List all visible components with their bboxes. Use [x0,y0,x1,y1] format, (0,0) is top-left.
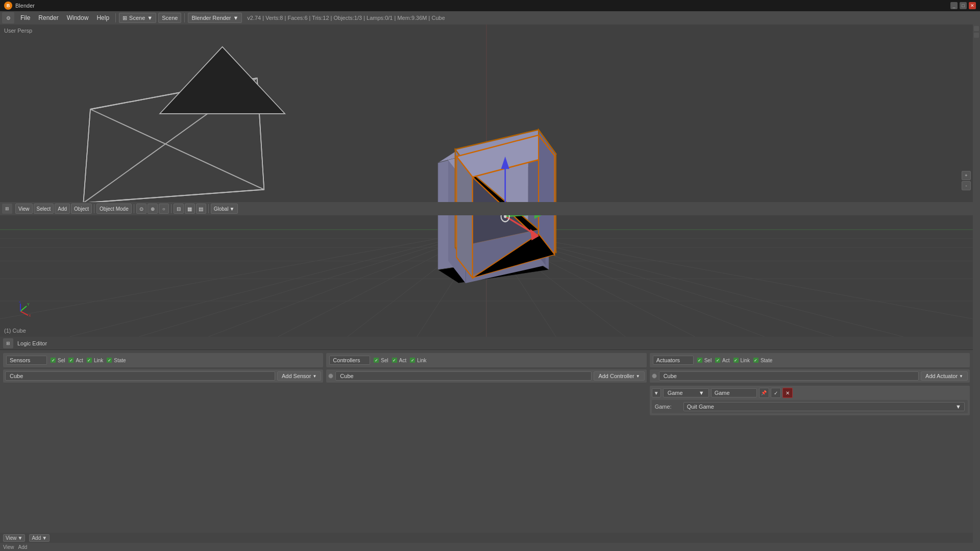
svg-line-60 [20,306,27,311]
menu-separator [115,13,116,22]
actuator-type-dropdown[interactable]: Game ▼ [663,388,709,397]
svg-marker-47 [456,157,472,278]
menu-render[interactable]: Render [34,13,62,23]
svg-line-59 [20,311,28,315]
controllers-add-btn[interactable]: Add Controller ▼ [594,371,644,381]
ctrl-link-cb[interactable]: ✓ [409,357,415,363]
titlebar: B Blender _ □ ✕ [0,0,980,11]
sensors-act-check[interactable]: ✓ Act [68,357,83,363]
global-dropdown[interactable]: Global▼ [211,204,238,214]
status-add[interactable]: Add [18,544,28,550]
actuators-title[interactable]: Actuators [653,356,694,365]
display-btn2[interactable]: ▦ [185,204,195,214]
menu-window[interactable]: Window [63,13,93,23]
info-bar: v2.74 | Verts:8 | Faces:6 | Tris:12 | Ob… [243,15,978,21]
snap-btn[interactable]: ⊕ [148,204,158,214]
close-button[interactable]: ✕ [969,2,976,9]
zoom-out-btn[interactable]: - [962,181,971,190]
toolbar-sep1 [94,204,94,213]
controllers-link-check[interactable]: ✓ Link [409,357,426,363]
object-menu[interactable]: Object [71,204,92,214]
menubar: ⚙ File Render Window Help ⊞ Scene ▼ Scen… [0,11,980,24]
actuator-check-icon[interactable]: ✓ [771,388,781,398]
actuator-block-header: ▼ Game ▼ Game 📌 ✓ ✕ [652,388,968,398]
sensors-link-cb[interactable]: ✓ [86,357,92,363]
actuator-expand-btn[interactable]: ▼ [652,388,661,397]
actuator-delete-icon[interactable]: ✕ [782,388,793,398]
pivot-btn[interactable]: ⊙ [136,204,146,214]
sensors-act-cb[interactable]: ✓ [68,357,74,363]
menu-help[interactable]: Help [92,13,113,23]
actuators-column: Actuators ✓ Sel ✓ Act ✓ Link ✓ State [650,353,970,540]
act-act-cb[interactable]: ✓ [715,357,721,363]
actuators-link-check[interactable]: ✓ Link [733,357,750,363]
maximize-button[interactable]: □ [960,2,967,9]
blender-menu-icon[interactable]: ⚙ [2,12,14,23]
display-btn1[interactable]: ⊟ [174,204,184,214]
actuator-name-input[interactable]: Game [711,388,757,397]
actuators-act-check[interactable]: ✓ Act [715,357,729,363]
act-link-cb[interactable]: ✓ [733,357,739,363]
actuators-state-check[interactable]: ✓ State [753,357,772,363]
add-sensor-arrow: ▼ [312,374,316,379]
add-actuator-arrow: ▼ [959,374,963,379]
game-dropdown-arrow: ▼ [955,404,961,410]
game-action-dropdown[interactable]: Quit Game ▼ [683,402,965,411]
ctrl-act-cb[interactable]: ✓ [391,357,398,363]
actuators-cube-row: Cube Add Actuator ▼ [650,369,970,383]
status-view[interactable]: View [3,544,14,550]
scene-dropdown[interactable]: Scene [158,13,181,23]
rs-btn1[interactable] [974,26,979,31]
display-btn3[interactable]: ▤ [196,204,206,214]
sensors-cube-name[interactable]: Cube [5,371,275,381]
sensors-add-btn[interactable]: Add Sensor ▼ [277,371,321,381]
minimize-button[interactable]: _ [950,2,958,9]
render-engine-arrow: ▼ [233,15,238,21]
viewport-3d[interactable]: User Persp (1) Cube X Y Z + - [0,24,973,337]
actuator-pin-icon[interactable]: 📌 [759,388,769,398]
select-menu[interactable]: Select [34,204,54,214]
menu-file[interactable]: File [16,13,34,23]
le-view-dropdown[interactable]: View ▼ [3,534,25,542]
prop-btn[interactable]: ○ [159,204,169,214]
controller-dot [328,373,333,379]
sensors-link-check[interactable]: ✓ Link [86,357,103,363]
viewport-mode-label: User Persp [4,28,32,34]
orientation-gizmo: X Y Z [10,301,31,321]
actuators-add-btn[interactable]: Add Actuator ▼ [921,371,968,381]
window-controls[interactable]: _ □ ✕ [950,2,976,9]
layout-dropdown[interactable]: ⊞ Scene ▼ [119,13,156,23]
controllers-header: Controllers ✓ Sel ✓ Act ✓ Link [326,353,646,367]
blender-logo: B [4,2,12,10]
actuators-header: Actuators ✓ Sel ✓ Act ✓ Link ✓ State [650,353,970,367]
view-menu[interactable]: View [15,204,33,214]
controllers-cube-name[interactable]: Cube [335,371,592,381]
sensors-title[interactable]: Sensors [6,356,47,365]
actuators-cube-name[interactable]: Cube [659,371,919,381]
controllers-act-check[interactable]: ✓ Act [391,357,406,363]
actuators-sel-check[interactable]: ✓ Sel [697,357,712,363]
sensors-state-check[interactable]: ✓ State [106,357,126,363]
controllers-column: Controllers ✓ Sel ✓ Act ✓ Link Cube [326,353,646,540]
render-engine-dropdown[interactable]: Blender Render ▼ [188,13,242,23]
le-add-dropdown[interactable]: Add ▼ [29,534,50,542]
controllers-sel-check[interactable]: ✓ Sel [373,357,388,363]
3d-toolbar: ⊞ View Select Add Object Object Mode ⊙ ⊕… [0,202,973,215]
act-state-cb[interactable]: ✓ [753,357,759,363]
act-sel-cb[interactable]: ✓ [697,357,703,363]
sensors-state-cb[interactable]: ✓ [106,357,112,363]
ctrl-sel-cb[interactable]: ✓ [373,357,379,363]
mode-dropdown[interactable]: Object Mode [96,204,132,214]
sensors-sel-cb[interactable]: ✓ [50,357,56,363]
viewport-grid [0,24,973,337]
zoom-in-btn[interactable]: + [962,171,971,180]
controllers-title[interactable]: Controllers [329,356,370,365]
toolbar-sep3 [171,204,172,213]
toolbar-sep4 [208,204,209,213]
rs-btn2[interactable] [974,33,979,38]
sensors-sel-check[interactable]: ✓ Sel [50,357,65,363]
add-controller-arrow: ▼ [636,374,640,379]
logic-icon[interactable]: ⊞ [3,338,13,348]
3d-tool-icon[interactable]: ⊞ [2,204,12,214]
add-menu[interactable]: Add [55,204,70,214]
